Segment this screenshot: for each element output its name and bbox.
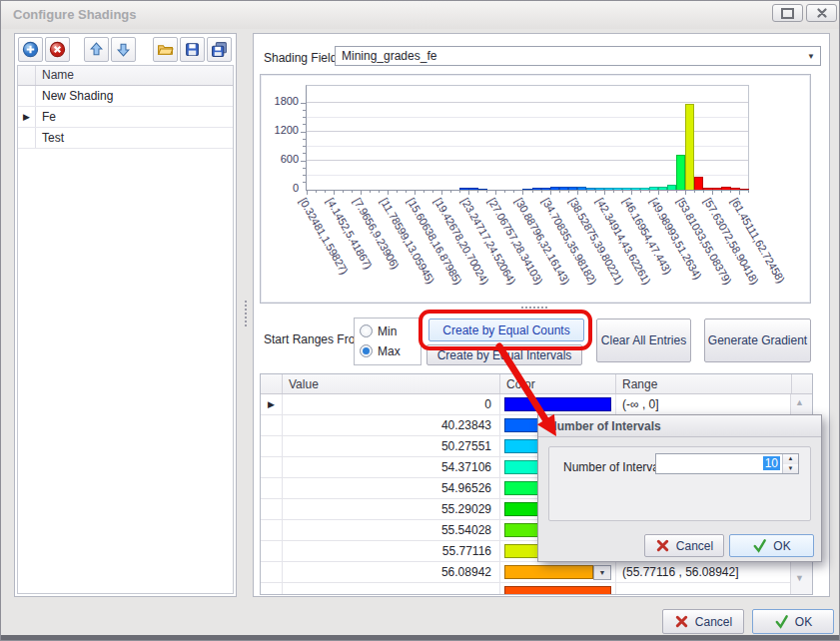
x-axis-tick xyxy=(316,190,317,193)
histogram-chart: 060012001800 [0.32481,1.59827)[4.1452,5.… xyxy=(260,74,811,304)
title-bar[interactable]: Configure Shadings xyxy=(1,1,839,29)
range-cell[interactable]: (55.77116 , 56.08942] xyxy=(616,562,792,582)
color-dropdown-button[interactable]: ▼ xyxy=(593,565,611,580)
x-axis-tick xyxy=(441,190,442,195)
value-cell[interactable]: 54.37106 xyxy=(283,457,500,477)
generate-gradient-button[interactable]: Generate Gradient xyxy=(704,319,811,362)
x-axis-tick xyxy=(676,190,677,193)
range-cell[interactable] xyxy=(616,583,792,594)
table-header-color: Color xyxy=(500,374,616,393)
value-cell[interactable]: 40.23843 xyxy=(283,415,500,435)
clear-all-entries-button[interactable]: Clear All Entries xyxy=(596,319,691,362)
folder-open-icon xyxy=(157,41,174,58)
cancel-label: Cancel xyxy=(695,615,732,629)
x-axis-tick xyxy=(343,190,344,193)
y-axis-tick xyxy=(303,182,307,183)
number-of-intervals-spinner[interactable]: 10 ▲ ▼ xyxy=(655,453,799,474)
spin-down-icon[interactable]: ▼ xyxy=(783,464,798,474)
shading-field-combobox[interactable]: Mining_grades_fe ▼ xyxy=(335,46,821,66)
radio-max-icon[interactable] xyxy=(360,344,373,357)
table-row-indicator xyxy=(261,499,283,519)
range-cell[interactable]: (-∞ , 0] xyxy=(616,394,792,414)
scroll-up-icon[interactable]: ▲ xyxy=(795,397,804,407)
red-cross-icon xyxy=(674,614,689,629)
value-cell[interactable] xyxy=(283,583,500,594)
y-axis-tick xyxy=(303,146,307,147)
move-down-button[interactable] xyxy=(111,37,136,62)
horizontal-splitter-grip[interactable] xyxy=(521,307,547,309)
list-item[interactable]: ▶Fe xyxy=(18,107,233,128)
x-axis-tick xyxy=(468,190,469,195)
x-axis-tick xyxy=(307,190,308,195)
x-axis-tick xyxy=(694,190,695,193)
maximize-button[interactable] xyxy=(772,4,803,22)
y-axis-tick xyxy=(303,153,307,154)
value-cell[interactable]: 54.96526 xyxy=(283,478,500,498)
shading-list: Name New Shading▶FeTest xyxy=(17,65,234,594)
value-cell[interactable]: 56.08942 xyxy=(283,562,500,582)
table-row-indicator xyxy=(261,478,283,498)
spinner-value[interactable]: 10 xyxy=(656,454,782,473)
y-axis-tick xyxy=(301,132,307,133)
x-axis-tick xyxy=(388,190,389,195)
color-cell[interactable] xyxy=(500,583,616,594)
table-row: ▶0(-∞ , 0] xyxy=(261,394,792,415)
x-axis-tick xyxy=(667,190,668,193)
start-ranges-label: Start Ranges From: xyxy=(264,332,369,346)
value-cell[interactable]: 55.29029 xyxy=(283,499,500,519)
move-up-button[interactable] xyxy=(84,37,109,62)
vertical-splitter[interactable] xyxy=(241,33,251,597)
delete-shading-button[interactable] xyxy=(45,37,70,62)
radio-min-icon[interactable] xyxy=(360,324,373,337)
x-axis-tick xyxy=(721,190,722,193)
x-axis-tick xyxy=(658,190,659,195)
x-axis-tick xyxy=(613,190,614,193)
x-axis-tick xyxy=(550,190,551,195)
value-cell[interactable]: 55.54028 xyxy=(283,520,500,540)
popup-ok-button[interactable]: OK xyxy=(729,534,814,557)
color-swatch xyxy=(504,397,611,411)
value-cell[interactable]: 55.77116 xyxy=(283,541,500,561)
popup-cancel-label: Cancel xyxy=(676,539,713,553)
open-button[interactable] xyxy=(153,37,178,62)
x-axis-tick xyxy=(577,190,578,195)
create-by-equal-counts-button[interactable]: Create by Equal Counts xyxy=(428,319,584,341)
value-table-header: Value Color Range xyxy=(261,374,812,394)
popup-cancel-button[interactable]: Cancel xyxy=(644,534,724,557)
add-shading-button[interactable] xyxy=(18,37,43,62)
create-by-equal-intervals-button[interactable]: Create by Equal Intervals xyxy=(426,344,582,365)
list-row-indicator xyxy=(18,128,36,148)
value-cell[interactable]: 0 xyxy=(283,394,500,414)
table-header-range: Range xyxy=(616,374,792,393)
table-row: 56.08942▼(55.77116 , 56.08942] xyxy=(261,562,792,583)
table-row-indicator xyxy=(261,520,283,540)
color-cell[interactable] xyxy=(500,394,616,414)
table-row-indicator xyxy=(261,583,283,594)
x-axis-tick xyxy=(631,190,632,195)
x-axis-tick xyxy=(541,190,542,193)
x-axis-tick xyxy=(432,190,433,193)
chart-xlabels: [0.32481,1.59827)[4.1452,5.41867)[7.9656… xyxy=(306,196,805,304)
value-cell[interactable]: 50.27551 xyxy=(283,436,500,456)
close-button[interactable] xyxy=(806,4,837,22)
list-item-label: New Shading xyxy=(36,86,113,106)
list-item[interactable]: New Shading xyxy=(18,86,233,107)
x-axis-tick xyxy=(397,190,398,193)
color-cell[interactable]: ▼ xyxy=(500,562,616,582)
save-all-button[interactable] xyxy=(207,37,232,62)
radio-min[interactable]: Min xyxy=(360,323,420,338)
y-axis-tick-label: 600 xyxy=(263,153,299,165)
cancel-button[interactable]: Cancel xyxy=(662,609,744,634)
spin-up-icon[interactable]: ▲ xyxy=(783,454,798,464)
x-axis-tick xyxy=(748,190,749,193)
spinner-buttons: ▲ ▼ xyxy=(782,454,798,473)
radio-max[interactable]: Max xyxy=(360,343,420,358)
chevron-down-icon[interactable]: ▼ xyxy=(802,52,820,61)
popup-group-box: Number of Intervals 10 ▲ ▼ xyxy=(548,446,811,521)
ok-button[interactable]: OK xyxy=(752,609,834,634)
list-item[interactable]: Test xyxy=(18,128,233,149)
floppy-disks-icon xyxy=(211,41,228,58)
save-button[interactable] xyxy=(180,37,205,62)
splitter-grip-icon xyxy=(245,301,247,326)
scroll-down-icon[interactable]: ▼ xyxy=(795,573,804,583)
